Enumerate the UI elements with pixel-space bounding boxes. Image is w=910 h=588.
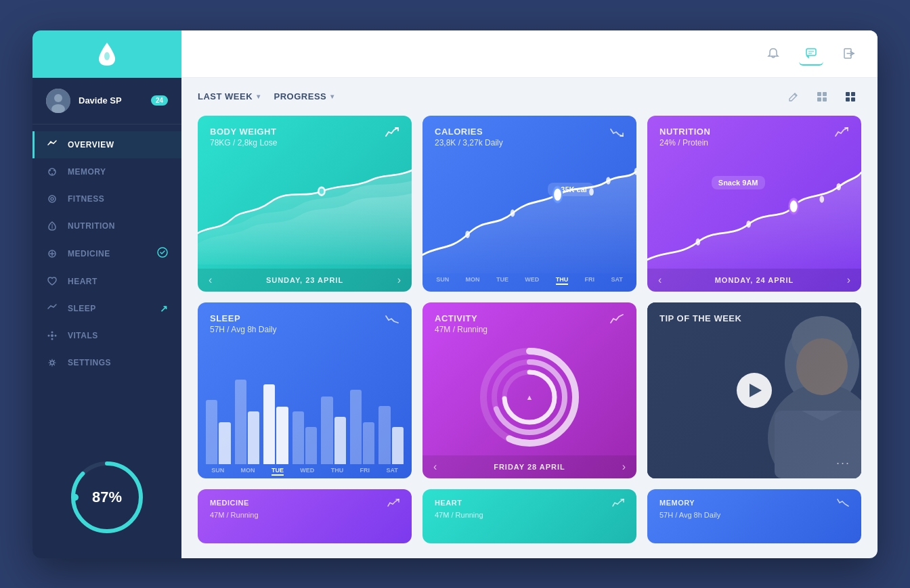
card-subtitle: 57H / Avg 8h Daily [210,325,277,334]
trend-icon [385,313,399,327]
prev-button[interactable]: ‹ [209,274,212,286]
date-label: FRIDAY 28 April [494,463,565,471]
sidebar-item-label: MEMORY [68,167,106,177]
memory-icon [46,166,58,178]
filter-progress[interactable]: PROGRESS ▾ [274,91,334,101]
svg-rect-24 [823,92,827,96]
heart-trend [612,499,624,508]
sidebar-item-settings[interactable]: SETTINGS [32,349,181,376]
filter-week-label: LAST WEEK [198,91,253,101]
svg-point-41 [789,199,798,213]
next-button[interactable]: › [622,461,626,473]
main-content: LAST WEEK ▾ PROGRESS ▾ [181,30,878,558]
more-options[interactable]: ··· [836,456,850,470]
memory-mini-card: MEMORY 57H / Avg 8h Daily [647,489,861,543]
logout-icon[interactable] [837,41,861,66]
card-footer: ‹ FRIDAY 28 April › [422,455,636,478]
bar-group-fri [350,390,375,464]
filter-last-week[interactable]: LAST WEEK ▾ [198,91,261,101]
svg-point-42 [819,196,824,203]
svg-point-43 [836,183,841,190]
svg-point-16 [51,331,53,333]
tip-card: TIP OF THE WEEK ··· [647,302,861,478]
vitals-icon [46,330,58,342]
sidebar-item-label: VITALS [68,331,98,340]
sidebar-item-fitness[interactable]: FITNESS [32,185,181,212]
user-name: Davide SP [79,95,143,106]
medicine-mini-card: MEDICINE 47M / Running [198,489,412,543]
progress-percent: 87% [92,489,122,506]
bar [292,411,304,464]
progress-circle: 87% [32,443,181,551]
list-view-button[interactable] [840,86,861,108]
bar [363,422,374,464]
overview-icon [46,139,58,151]
next-button[interactable]: › [847,274,850,286]
day-thu-active: THU [556,276,569,285]
svg-point-36 [589,188,594,196]
card-footer: ‹ MONDAY, 24 April › [647,269,861,292]
activity-card: ACTIVITY 47M / Running [422,302,636,478]
notification-icon[interactable] [761,41,785,66]
sidebar-item-overview[interactable]: OVERVIEW [32,131,181,158]
bar [235,380,246,464]
heart-icon [46,275,58,288]
svg-point-7 [53,170,55,171]
card-header: BODY WEIGHT 78KG / 2,8kg Lose [198,116,412,153]
sidebar-item-nutrition[interactable]: NUTRITION [32,212,181,240]
svg-point-8 [51,173,53,175]
day-sun: SUN [211,467,224,476]
sidebar-nav: OVERVIEW MEMORY FITNESS NU [32,125,181,443]
day-sat: SAT [611,276,622,285]
date-label: MONDAY, 24 April [715,276,794,284]
card-header: CALORIES 23,8K / 3,27k Daily [422,116,636,153]
edit-button[interactable] [783,86,804,108]
nutrition-icon [46,220,58,232]
chevron-down-icon: ▾ [257,93,261,100]
card-subtitle: 78KG / 2,8kg Lose [210,138,277,148]
heart-mini-card: HEART 47M / Running [422,489,636,543]
nutrition-card: NUTRITION 24% / Protein Snack 9AM [647,116,861,292]
card-mini-sub: 47M / Running [435,511,624,519]
activity-arrow: ▲ [526,393,534,401]
messages-icon[interactable] [799,41,823,66]
sidebar-item-label: SETTINGS [68,358,111,367]
day-tue: TUE [496,276,508,285]
svg-point-6 [49,170,51,171]
sidebar-item-medicine[interactable]: MEDICINE [32,240,181,268]
day-fri: FRI [360,467,370,476]
sidebar-user[interactable]: Davide SP 24 [32,78,181,125]
prev-button[interactable]: ‹ [658,274,662,286]
day-wed: WED [525,276,539,285]
prev-button[interactable]: ‹ [433,461,437,473]
settings-icon [46,357,58,369]
sidebar-item-sleep[interactable]: SLEEP ↗ [32,295,181,322]
bar [276,407,288,464]
next-button[interactable]: › [397,274,401,286]
card-title: NUTRITION [659,127,710,137]
card-mini-title: HEART [435,499,624,508]
play-button[interactable] [737,373,772,408]
header [181,30,878,78]
svg-rect-28 [851,92,855,96]
sidebar-item-memory[interactable]: MEMORY [32,158,181,185]
card-mini-title: MEMORY [659,499,849,508]
sidebar-item-vitals[interactable]: VITALS [32,322,181,349]
bar-group-sat [378,406,404,464]
sidebar-item-label: MEDICINE [68,249,110,258]
trend-icon [385,127,399,141]
bar-group-tue [263,384,288,464]
sidebar-item-heart[interactable]: HEART [32,268,181,295]
grid-view-button[interactable] [811,86,833,108]
svg-point-33 [465,231,470,238]
sidebar-logo [32,30,181,78]
trend-icon [834,127,849,141]
logo-drop-icon [98,41,116,67]
svg-rect-27 [846,92,850,96]
svg-rect-26 [823,97,827,101]
fitness-icon [46,193,58,205]
sidebar-item-label: HEART [68,277,98,286]
day-wed: WED [300,467,314,476]
bar [392,427,404,464]
bar [350,390,362,464]
